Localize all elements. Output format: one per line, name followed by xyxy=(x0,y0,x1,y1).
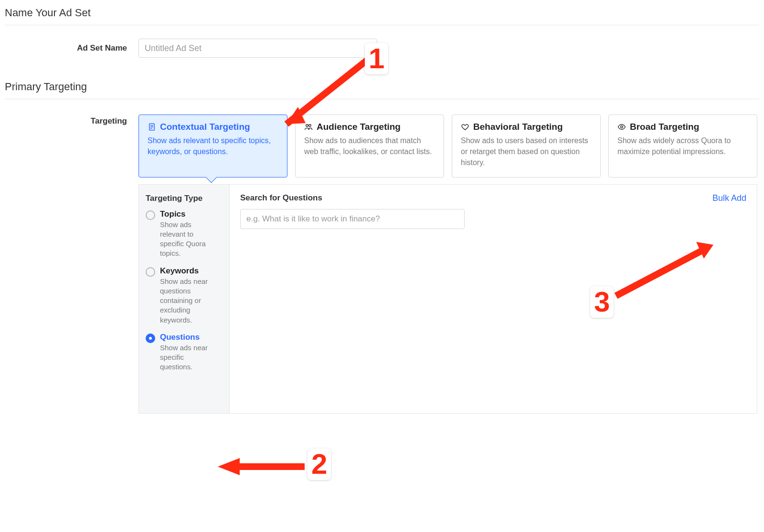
bulk-add-link[interactable]: Bulk Add xyxy=(712,193,746,203)
card-broad-targeting[interactable]: Broad Targeting Show ads widely across Q… xyxy=(608,115,757,177)
adset-name-label: Ad Set Name xyxy=(5,43,138,53)
targeting-label: Targeting xyxy=(5,115,138,414)
document-icon xyxy=(148,123,156,131)
search-questions-label: Search for Questions xyxy=(240,193,322,203)
card-desc: Show ads to users based on interests or … xyxy=(461,135,592,168)
card-desc: Show ads widely across Quora to maximize… xyxy=(617,135,748,157)
eye-icon xyxy=(617,123,626,131)
targeting-cards: Contextual Targeting Show ads relevant t… xyxy=(138,115,757,177)
people-icon xyxy=(304,123,313,131)
radio-desc: Show ads near specific questions. xyxy=(160,343,212,372)
card-desc: Show ads to audiences that match web tra… xyxy=(304,135,435,157)
radio-topics[interactable]: Topics Show ads relevant to specific Quo… xyxy=(146,209,223,259)
card-title: Broad Targeting xyxy=(630,122,699,132)
section-title-primary-targeting: Primary Targeting xyxy=(5,79,759,99)
svg-point-4 xyxy=(306,125,308,127)
radio-title: Questions xyxy=(160,333,223,342)
targeting-type-label: Targeting Type xyxy=(146,193,223,204)
radio-keywords[interactable]: Keywords Show ads near questions contain… xyxy=(146,266,223,325)
svg-marker-8 xyxy=(218,458,240,475)
radio-desc: Show ads relevant to specific Quora topi… xyxy=(160,220,212,259)
annotation-number-3: 3 xyxy=(590,286,614,318)
svg-point-5 xyxy=(309,125,311,127)
radio-unchecked-icon xyxy=(146,210,155,220)
radio-questions[interactable]: Questions Show ads near specific questio… xyxy=(146,333,223,372)
search-questions-input[interactable] xyxy=(240,209,465,229)
card-title: Audience Targeting xyxy=(317,122,401,132)
radio-unchecked-icon xyxy=(146,267,155,277)
radio-checked-icon xyxy=(146,334,155,343)
card-contextual-targeting[interactable]: Contextual Targeting Show ads relevant t… xyxy=(138,115,287,177)
annotation-number-2: 2 xyxy=(308,449,331,480)
card-title: Contextual Targeting xyxy=(160,122,250,132)
section-title-name-ad-set: Name Your Ad Set xyxy=(5,5,759,25)
heart-icon xyxy=(461,123,469,131)
adset-name-input[interactable] xyxy=(138,39,377,58)
card-audience-targeting[interactable]: Audience Targeting Show ads to audiences… xyxy=(295,115,444,177)
card-desc: Show ads relevant to specific topics, ke… xyxy=(148,135,278,157)
svg-point-6 xyxy=(621,126,623,128)
radio-desc: Show ads near questions containing or ex… xyxy=(160,277,212,325)
contextual-detail-panel: Targeting Type Topics Show ads relevant … xyxy=(138,184,757,414)
card-title: Behavioral Targeting xyxy=(473,122,563,132)
radio-title: Keywords xyxy=(160,266,223,276)
card-behavioral-targeting[interactable]: Behavioral Targeting Show ads to users b… xyxy=(452,115,601,177)
annotation-number-1: 1 xyxy=(365,43,388,74)
radio-title: Topics xyxy=(160,209,223,219)
